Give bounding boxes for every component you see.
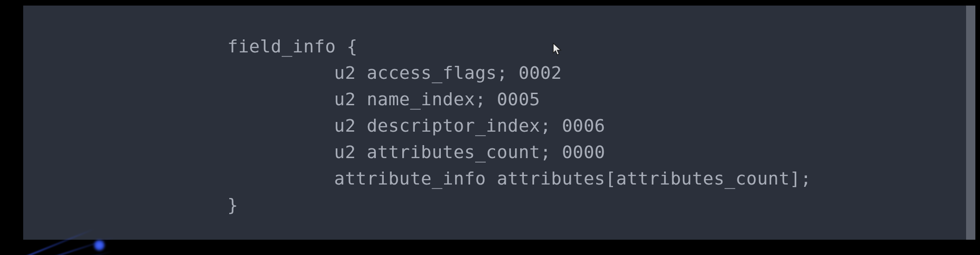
code-line-1: field_info { xyxy=(23,33,975,60)
code-line-3: u2 name_index; 0005 xyxy=(23,86,975,113)
code-block: field_info { u2 access_flags; 0002 u2 na… xyxy=(23,33,975,218)
vertical-scrollbar[interactable] xyxy=(966,6,975,240)
code-line-5: u2 attributes_count; 0000 xyxy=(23,139,975,166)
code-line-7: } xyxy=(23,192,975,218)
code-line-2: u2 access_flags; 0002 xyxy=(23,60,975,86)
code-editor-panel[interactable]: field_info { u2 access_flags; 0002 u2 na… xyxy=(23,6,975,240)
code-line-6: attribute_info attributes[attributes_cou… xyxy=(23,166,975,192)
code-line-4: u2 descriptor_index; 0006 xyxy=(23,113,975,139)
